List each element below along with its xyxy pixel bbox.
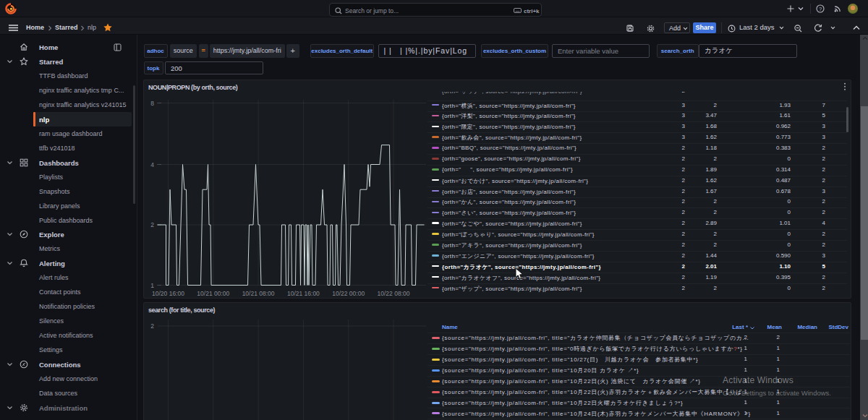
svg-text:1: 1 [150,282,154,289]
svg-text:4: 4 [150,161,154,168]
svg-text:10/21 08:00: 10/21 08:00 [242,290,275,297]
svg-text:10/20 16:00: 10/20 16:00 [152,290,184,297]
svg-text:2: 2 [150,221,154,228]
svg-text:2: 2 [150,322,154,330]
svg-text:10/21 16:00: 10/21 16:00 [287,290,320,297]
svg-text:10/22 00:00: 10/22 00:00 [332,290,365,297]
svg-text:8: 8 [150,100,154,107]
svg-text:?: ? [819,6,822,12]
svg-text:10/22 08:00: 10/22 08:00 [378,290,410,297]
svg-text:10/21 00:00: 10/21 00:00 [197,290,229,297]
